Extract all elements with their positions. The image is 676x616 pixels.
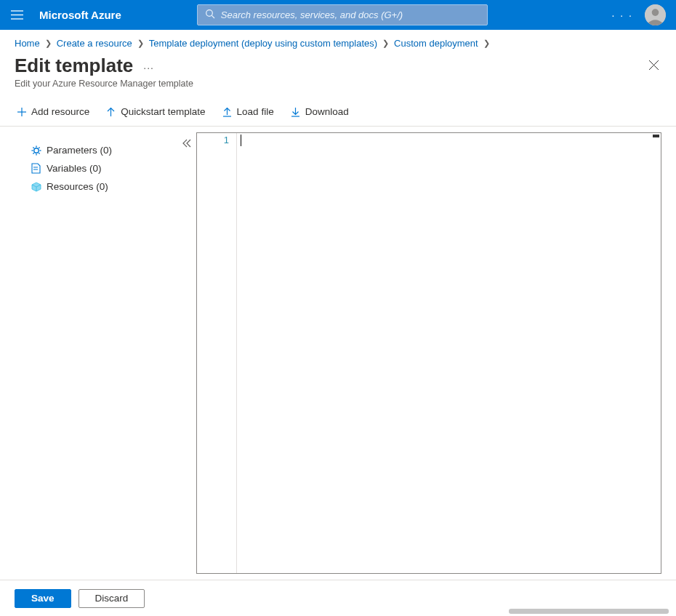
tree-item-label: Variables (0) — [47, 163, 102, 174]
plus-icon — [16, 106, 27, 117]
svg-point-6 — [652, 9, 659, 16]
minimap-marker — [653, 135, 659, 137]
arrow-up-icon — [105, 106, 116, 117]
load-file-label: Load file — [237, 106, 274, 117]
svg-line-22 — [39, 153, 39, 153]
upload-icon — [222, 106, 233, 117]
svg-point-3 — [206, 9, 212, 16]
action-toolbar: Add resource Quickstart template Load fi… — [0, 97, 676, 127]
topbar: Microsoft Azure · · · — [0, 0, 676, 30]
svg-point-16 — [33, 148, 38, 152]
download-icon — [290, 106, 301, 117]
svg-line-4 — [212, 15, 214, 18]
search-icon — [205, 9, 215, 22]
title-more-icon[interactable]: ··· — [143, 62, 154, 73]
quickstart-template-button[interactable]: Quickstart template — [104, 103, 206, 120]
code-editor[interactable]: 1 — [196, 132, 661, 574]
tree-item-label: Resources (0) — [47, 181, 108, 192]
resource-tree: Parameters (0) Variables (0) Resources (… — [15, 132, 196, 574]
save-label: Save — [31, 593, 55, 604]
line-number: 1 — [204, 135, 229, 145]
discard-label: Discard — [95, 593, 129, 604]
download-button[interactable]: Download — [289, 103, 350, 120]
brand-label: Microsoft Azure — [39, 9, 121, 21]
search-input[interactable] — [221, 9, 480, 20]
close-button[interactable] — [648, 60, 661, 73]
editor-body[interactable] — [237, 133, 661, 573]
chevron-right-icon: ❯ — [137, 39, 144, 48]
quickstart-label: Quickstart template — [121, 106, 205, 117]
breadcrumb-item-create[interactable]: Create a resource — [57, 38, 132, 49]
topbar-more-icon[interactable]: · · · — [612, 9, 633, 21]
tree-item-parameters[interactable]: Parameters (0) — [31, 141, 193, 159]
svg-line-21 — [33, 147, 33, 148]
collapse-pane-icon[interactable] — [182, 138, 192, 151]
save-button[interactable]: Save — [15, 589, 71, 608]
breadcrumb-item-template-deployment[interactable]: Template deployment (deploy using custom… — [149, 38, 377, 49]
svg-line-24 — [39, 147, 39, 148]
add-resource-button[interactable]: Add resource — [15, 103, 91, 120]
resources-icon — [31, 181, 41, 192]
breadcrumb: Home ❯ Create a resource ❯ Template depl… — [0, 30, 676, 49]
chevron-right-icon: ❯ — [483, 39, 490, 48]
add-resource-label: Add resource — [31, 106, 89, 117]
global-search[interactable] — [197, 4, 488, 25]
discard-button[interactable]: Discard — [79, 589, 145, 608]
breadcrumb-item-custom-deployment[interactable]: Custom deployment — [394, 38, 478, 49]
tree-item-variables[interactable]: Variables (0) — [31, 159, 193, 177]
download-label: Download — [305, 106, 349, 117]
account-avatar[interactable] — [645, 4, 666, 25]
editor-gutter: 1 — [197, 133, 237, 573]
chevron-right-icon: ❯ — [45, 39, 52, 48]
load-file-button[interactable]: Load file — [220, 103, 275, 120]
horizontal-scrollbar[interactable] — [509, 609, 669, 614]
title-row: Edit template ··· — [0, 49, 676, 79]
variables-icon — [31, 163, 41, 174]
text-cursor — [241, 135, 241, 146]
tree-item-resources[interactable]: Resources (0) — [31, 177, 193, 196]
main-area: Parameters (0) Variables (0) Resources (… — [0, 127, 676, 580]
parameters-icon — [31, 145, 41, 156]
breadcrumb-item-home[interactable]: Home — [15, 38, 40, 49]
tree-item-label: Parameters (0) — [47, 145, 112, 156]
page-subtitle: Edit your Azure Resource Manager templat… — [0, 79, 676, 97]
svg-line-23 — [33, 153, 33, 153]
chevron-right-icon: ❯ — [382, 39, 389, 48]
menu-icon[interactable] — [10, 9, 23, 22]
page-title: Edit template — [15, 55, 133, 77]
